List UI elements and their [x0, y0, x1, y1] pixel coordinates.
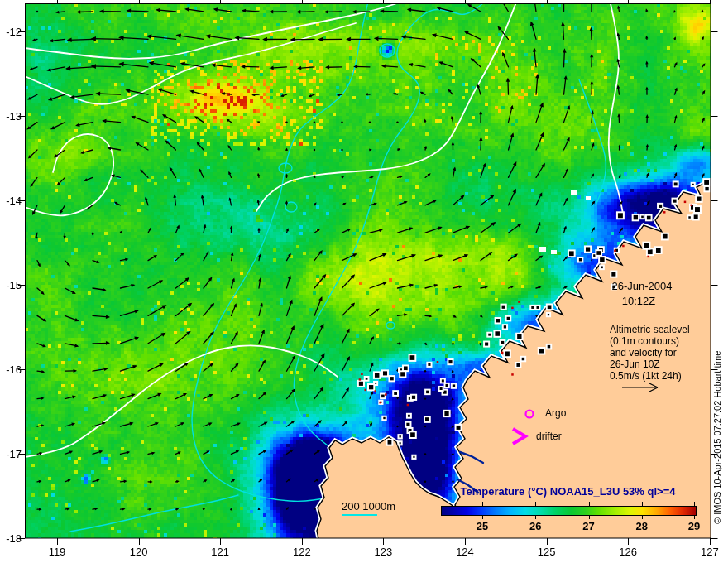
- colorbar-tick: [642, 515, 643, 519]
- x-tick-label-122: 122: [284, 546, 320, 558]
- valid-date-label: 26-Jun-2004: [592, 280, 692, 292]
- copyright-text: © IMOS 10-Apr-2015 07:27:02 Hobart time: [712, 351, 722, 524]
- x-tick-label-123: 123: [365, 546, 401, 558]
- x-tick-label-120: 120: [121, 546, 157, 558]
- colorbar-tick-label-26: 26: [522, 520, 548, 532]
- colorbar-tick: [535, 502, 536, 506]
- altimetric-line: Altimetric sealevel: [610, 324, 690, 335]
- altimetric-line: (0.1m contours): [610, 335, 690, 347]
- altimetric-line: 26-Jun 10Z: [610, 358, 690, 370]
- y-tick-label--13: -13: [0, 110, 22, 123]
- colorbar-tick: [642, 502, 643, 506]
- y-tick-label--16: -16: [0, 363, 22, 376]
- x-tick-label-127: 127: [692, 546, 728, 558]
- x-tick-label-121: 121: [202, 546, 238, 558]
- x-tick-label-124: 124: [447, 546, 483, 558]
- valid-time-label: 10:12Z: [589, 295, 688, 307]
- colorbar-tick: [535, 515, 536, 519]
- x-tick-label-126: 126: [610, 546, 646, 558]
- y-tick-label--18: -18: [0, 532, 22, 545]
- x-tick-label-125: 125: [529, 546, 565, 558]
- altimetric-line: 0.5m/s (1kt 24h): [610, 370, 690, 382]
- colorbar-tick: [482, 502, 483, 506]
- colorbar-tick: [694, 515, 695, 519]
- y-tick-label--17: -17: [0, 448, 22, 460]
- colorbar-tick-label-27: 27: [576, 520, 602, 532]
- y-tick-label--15: -15: [0, 279, 22, 291]
- sst-map-figure: 26-Jun-2004 10:12Z Altimetric sealevel (…: [0, 0, 728, 563]
- x-tick-label-119: 119: [39, 546, 75, 558]
- colorbar-tick: [694, 502, 695, 506]
- y-tick-label--12: -12: [0, 26, 22, 38]
- isobath-scale-label: 200 1000m: [342, 500, 395, 512]
- colorbar-tick-label-28: 28: [629, 520, 655, 532]
- colorbar-tick: [589, 515, 590, 519]
- drifter-label: drifter: [536, 431, 562, 442]
- colorbar-tick-label-25: 25: [469, 520, 496, 532]
- colorbar-title: Temperature (°C) NOAA15_L3U 53% ql>=4: [400, 485, 728, 498]
- argo-label: Argo: [545, 407, 566, 419]
- colorbar-tick-label-29: 29: [681, 520, 707, 532]
- colorbar-tick: [589, 502, 590, 506]
- colorbar-tick: [482, 515, 483, 519]
- altimetric-legend: Altimetric sealevel (0.1m contours) and …: [610, 324, 690, 382]
- y-tick-label--14: -14: [0, 195, 22, 207]
- colorbar-gradient: [441, 506, 697, 516]
- altimetric-line: and velocity for: [610, 347, 690, 358]
